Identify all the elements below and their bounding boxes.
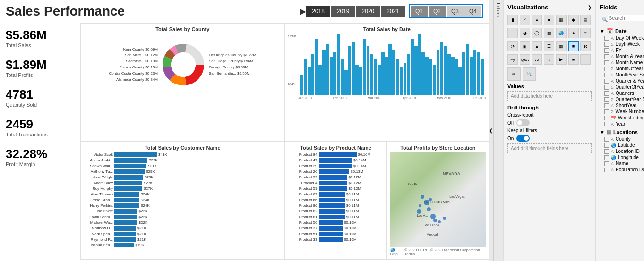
- field-checkbox-county[interactable]: [604, 137, 609, 142]
- quarter-btn-q4[interactable]: Q4: [464, 6, 481, 17]
- viz-icon-combo[interactable]: ▦: [556, 15, 567, 25]
- quarter-btn-q3[interactable]: Q3: [447, 6, 464, 17]
- viz-icon-decomp[interactable]: ▿: [544, 54, 554, 65]
- field-checkbox-month-name[interactable]: [604, 60, 609, 65]
- viz-format-icon[interactable]: ✏: [507, 67, 521, 81]
- field-quarteryear-sort[interactable]: Σ QuarterYear Sort: [600, 96, 644, 102]
- field-checkbox-quarteryear-sort[interactable]: [604, 97, 609, 102]
- viz-icon-pie[interactable]: ◕: [520, 28, 530, 38]
- cross-report-toggle[interactable]: [516, 119, 530, 126]
- field-checkbox-weekending[interactable]: [604, 116, 609, 120]
- locations-section-header[interactable]: ▼ ▦ Locations: [600, 129, 644, 135]
- field-checkbox-fy[interactable]: [604, 48, 609, 53]
- viz-icon-r[interactable]: R: [580, 41, 591, 51]
- date-bar: [481, 59, 484, 95]
- viz-icon-map[interactable]: 🌏: [556, 28, 567, 38]
- quarter-btn-q2[interactable]: Q2: [429, 6, 446, 17]
- year-btn-2020[interactable]: 2020: [356, 6, 380, 17]
- field-location-id[interactable]: A Location ID: [600, 148, 644, 154]
- add-data-fields-box[interactable]: Add data fields here: [507, 91, 592, 101]
- field-monthofyear[interactable]: Σ MonthOfYear: [600, 66, 644, 72]
- viz-icon-kpi[interactable]: ▲: [532, 41, 542, 51]
- customers-chart[interactable]: Total Sales by Customer Name Victor Scot…: [80, 142, 285, 260]
- date-section-header[interactable]: ▼ 📅 Date: [600, 28, 644, 34]
- field-checkbox-day-of-week[interactable]: [604, 36, 609, 41]
- viz-icon-format[interactable]: ▶: [556, 54, 567, 65]
- year-btn-2021[interactable]: 2021: [381, 6, 405, 17]
- field-quarter-year[interactable]: A Quarter & Year: [600, 78, 644, 84]
- keep-filters-toggle[interactable]: [516, 135, 530, 142]
- viz-expand-icon[interactable]: ❯: [588, 5, 592, 10]
- viz-icon-treemap[interactable]: ▦: [544, 28, 554, 38]
- viz-panel-header: Visualizations ❯: [507, 4, 592, 11]
- field-checkbox-quarterofyear[interactable]: [604, 85, 609, 90]
- field-checkbox-population-data[interactable]: [604, 168, 609, 172]
- viz-icon-py[interactable]: Py: [507, 54, 518, 65]
- field-checkbox-month-year[interactable]: [604, 54, 609, 59]
- county-chart[interactable]: Total Sales by County Kern County $0.09M…: [80, 23, 285, 142]
- field-checkbox-quarters[interactable]: [604, 91, 609, 96]
- viz-icon-ribbon[interactable]: ◆: [568, 15, 579, 25]
- year-btn-2019[interactable]: 2019: [331, 6, 355, 17]
- field-checkbox-year[interactable]: [604, 122, 609, 126]
- viz-icon-matrix[interactable]: ■: [568, 41, 579, 51]
- viz-icon-area[interactable]: ▲: [532, 15, 542, 25]
- fields-search-input[interactable]: [608, 15, 644, 21]
- field-checkbox-location-id[interactable]: [604, 149, 609, 154]
- field-checkbox-quarter-year[interactable]: [604, 79, 609, 84]
- viz-icon-bar2[interactable]: ■: [544, 15, 554, 25]
- filters-tab[interactable]: Filters: [493, 0, 503, 261]
- viz-icon-funnel[interactable]: ▿: [580, 28, 591, 38]
- field-checkbox-week-number[interactable]: [604, 109, 609, 114]
- product-bar-row: Product 56 $0.10M: [288, 220, 384, 225]
- viz-icon-bar[interactable]: ▮: [507, 15, 518, 25]
- map-chart[interactable]: Total Profits by Store Location NEVADA C…: [387, 142, 489, 260]
- field-month-year[interactable]: A Month & Year: [600, 53, 644, 59]
- field-longitude[interactable]: 🌏 Longitude: [600, 154, 644, 160]
- field-day-of-week[interactable]: A Day Of Week: [600, 35, 644, 41]
- field-checkbox-name[interactable]: [604, 161, 609, 166]
- field-checkbox-shortyear[interactable]: [604, 103, 609, 108]
- viz-icon-gauge[interactable]: ◔: [507, 41, 518, 51]
- field-shortyear[interactable]: A ShortYear: [600, 102, 644, 109]
- product-bar-value: $0.12M: [349, 181, 361, 185]
- add-drill-fields-box[interactable]: Add drill-through fields here: [507, 143, 592, 153]
- field-dayinweek[interactable]: Σ DayInWeek: [600, 41, 644, 47]
- products-chart[interactable]: Total Sales by Product Name Product 84 $…: [285, 142, 387, 260]
- field-quarters[interactable]: A Quarters: [600, 90, 644, 96]
- field-county[interactable]: A County: [600, 136, 644, 142]
- field-checkbox-dayinweek[interactable]: [604, 42, 609, 47]
- field-month-name[interactable]: A Month Name: [600, 59, 644, 66]
- field-name[interactable]: A Name: [600, 160, 644, 167]
- field-fy[interactable]: A FY: [600, 47, 644, 53]
- viz-icon-waterfall[interactable]: ▤: [580, 15, 591, 25]
- field-checkbox-monthofyear[interactable]: [604, 67, 609, 71]
- field-latitude[interactable]: 🌏 Latitude: [600, 142, 644, 148]
- field-weekending[interactable]: 📅 WeekEnding: [600, 115, 644, 121]
- viz-icon-qna[interactable]: Q&A: [520, 54, 530, 65]
- field-year[interactable]: A Year: [600, 121, 644, 127]
- field-population-data[interactable]: A Population Data: [600, 167, 644, 173]
- date-chart[interactable]: Total Sales by Date $50K $0K Jan 2018 Fe…: [285, 23, 489, 142]
- date-bar: [414, 46, 418, 95]
- collapse-bar[interactable]: ❮: [489, 0, 493, 261]
- viz-icon-filled-map[interactable]: ★: [568, 28, 579, 38]
- viz-icon-line[interactable]: ∕: [520, 15, 530, 25]
- viz-icon-slicer[interactable]: ☰: [544, 41, 554, 51]
- viz-icon-donut[interactable]: ◯: [532, 28, 542, 38]
- quarter-btn-q1[interactable]: Q1: [411, 6, 428, 17]
- viz-analytics-icon[interactable]: 🔍: [523, 67, 536, 81]
- field-checkbox-latitude[interactable]: [604, 143, 609, 148]
- viz-icon-extra1[interactable]: ■: [568, 54, 579, 65]
- viz-icon-scatter[interactable]: ⋅: [507, 28, 518, 38]
- viz-icon-card[interactable]: ▣: [520, 41, 530, 51]
- viz-icon-ai[interactable]: AI: [532, 54, 542, 65]
- field-checkbox-longitude[interactable]: [604, 155, 609, 160]
- year-btn-2018[interactable]: 2018: [306, 6, 330, 17]
- field-week-number[interactable]: Σ Week Number: [600, 109, 644, 115]
- field-monthyear-sort[interactable]: Σ MonthYear Sort: [600, 72, 644, 78]
- viz-icon-table[interactable]: ▦: [556, 41, 567, 51]
- field-checkbox-monthyear-sort[interactable]: [604, 73, 609, 77]
- viz-icon-extra2[interactable]: ⋯: [580, 54, 591, 65]
- field-quarterofyear[interactable]: Σ QuarterOfYear: [600, 84, 644, 90]
